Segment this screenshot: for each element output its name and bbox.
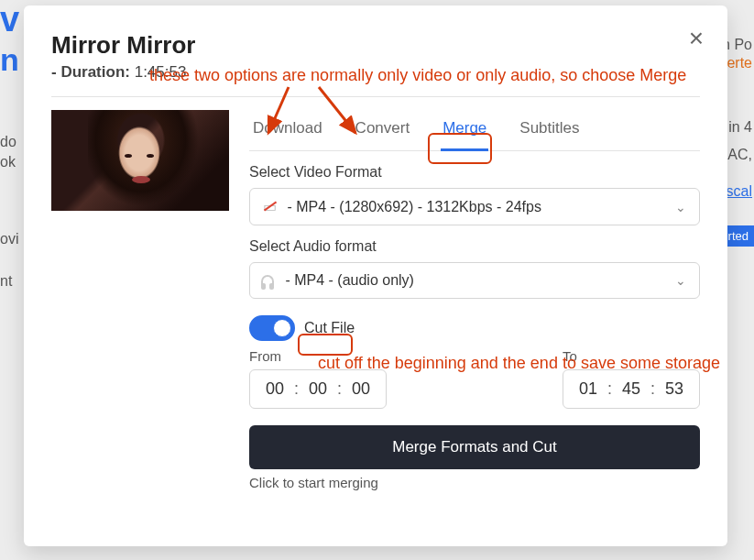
tabs: Download Convert Merge Subtitles <box>249 110 700 151</box>
audio-format-value: - MP4 - (audio only) <box>285 272 414 288</box>
video-title: Mirror Mirror <box>51 31 700 60</box>
video-duration: - Duration: 1:45:53 <box>51 63 700 82</box>
headphones-icon <box>261 275 274 286</box>
chevron-down-icon: ⌄ <box>675 273 686 288</box>
duration-label: - Duration: <box>51 63 130 81</box>
bg-text: v <box>0 0 19 39</box>
audio-format-select[interactable]: - MP4 - (audio only) ⌄ <box>249 262 700 299</box>
close-icon[interactable]: × <box>689 26 704 51</box>
toggle-knob <box>273 319 291 337</box>
bg-text: in 4 <box>728 119 752 136</box>
video-format-select[interactable]: ▭ - MP4 - (1280x692) - 1312Kbps - 24fps … <box>249 188 700 225</box>
bg-text: do <box>0 134 16 150</box>
video-format-label: Select Video Format <box>249 164 700 181</box>
to-seconds[interactable] <box>662 379 686 399</box>
no-video-icon: ▭ <box>261 198 278 215</box>
bg-text: erte <box>727 55 752 71</box>
from-seconds[interactable] <box>349 379 373 399</box>
to-time-input[interactable]: : : <box>563 369 700 409</box>
cut-file-toggle[interactable] <box>249 315 295 341</box>
bg-text: ok <box>0 154 16 170</box>
merge-button[interactable]: Merge Formats and Cut <box>249 425 700 469</box>
video-format-value: - MP4 - (1280x692) - 1312Kbps - 24fps <box>287 199 541 214</box>
merge-hint: Click to start merging <box>249 475 700 490</box>
tab-subtitles[interactable]: Subtitles <box>519 119 579 150</box>
from-hours[interactable] <box>263 379 287 399</box>
from-minutes[interactable] <box>306 379 330 399</box>
audio-format-label: Select Audio format <box>249 238 700 255</box>
download-dialog: × Mirror Mirror - Duration: 1:45:53 Down… <box>24 5 727 546</box>
bg-text: ovi <box>0 231 18 247</box>
bg-text: n <box>0 42 19 78</box>
cut-file-label: Cut File <box>304 320 355 336</box>
duration-value: 1:45:53 <box>135 63 187 81</box>
to-hours[interactable] <box>576 379 600 399</box>
tab-merge[interactable]: Merge <box>443 119 486 150</box>
chevron-down-icon: ⌄ <box>675 200 686 214</box>
from-time-input[interactable]: : : <box>249 369 387 409</box>
divider <box>51 96 700 97</box>
tab-download[interactable]: Download <box>253 119 322 150</box>
to-minutes[interactable] <box>619 379 643 399</box>
bg-text: nt <box>0 273 12 290</box>
to-label: To <box>563 348 700 364</box>
tab-convert[interactable]: Convert <box>355 119 410 150</box>
video-thumbnail <box>51 110 229 211</box>
from-label: From <box>249 348 387 364</box>
